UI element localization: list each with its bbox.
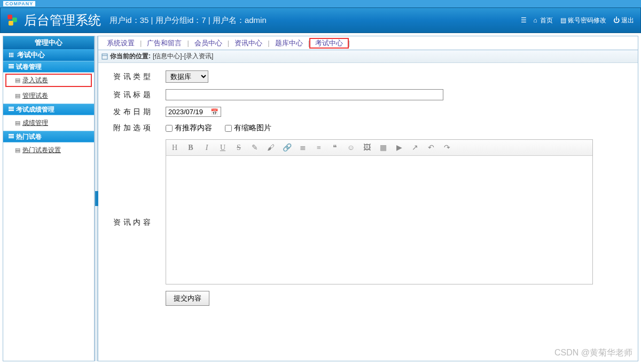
underline-icon[interactable]: U xyxy=(218,144,227,152)
link-icon[interactable]: 🔗 xyxy=(283,143,291,152)
brush-icon[interactable]: 🖌 xyxy=(267,144,275,152)
undo-icon[interactable]: ↶ xyxy=(427,143,435,152)
submit-button[interactable]: 提交内容 xyxy=(166,291,209,306)
editor-textarea[interactable] xyxy=(166,156,592,284)
svg-point-7 xyxy=(11,54,12,56)
user-info: 用户id：35 | 用户分组id：7 | 用户名：admin xyxy=(110,15,267,26)
emoji-icon[interactable]: ☺ xyxy=(347,144,355,152)
svg-rect-2 xyxy=(9,21,13,26)
svg-point-3 xyxy=(9,53,11,54)
change-password-link[interactable]: ▤账号密码修改 xyxy=(557,15,608,26)
checkbox-recommend-label[interactable]: 有推荐内容 xyxy=(166,123,212,132)
svg-point-9 xyxy=(9,56,11,58)
nav-question[interactable]: 题库中心 xyxy=(270,38,308,48)
sidebar-item-input-paper[interactable]: ▤ 录入试卷 xyxy=(5,74,92,87)
sidebar-group-hot[interactable]: 热门试卷 xyxy=(3,131,94,143)
sidebar-item-manage-paper[interactable]: ▤ 管理试卷 xyxy=(3,88,94,104)
sidebar-item-score-manage[interactable]: ▤ 成绩管理 xyxy=(3,115,94,131)
doc-icon: ▤ xyxy=(15,92,20,99)
checkbox-thumbnail-label[interactable]: 有缩略图片 xyxy=(225,123,271,132)
strikethrough-icon[interactable]: S xyxy=(234,144,243,152)
image-icon[interactable]: 🖼 xyxy=(363,144,371,152)
arrow-icon[interactable]: ↗ xyxy=(411,143,419,152)
power-icon: ⏻ xyxy=(613,17,620,24)
logout-link[interactable]: ⏻退出 xyxy=(611,15,636,26)
form-area: 资讯类型 数据库 资讯标题 发布日期 2023/07/19 xyxy=(98,63,638,361)
sidebar-section[interactable]: 考试中心 xyxy=(3,49,94,61)
nav-member[interactable]: 会员中心 xyxy=(189,38,228,48)
bars-icon xyxy=(9,64,14,69)
nav-ads[interactable]: 广告和留言 xyxy=(142,38,187,48)
page-icon xyxy=(101,53,108,60)
doc-icon: ▤ xyxy=(15,147,20,154)
svg-rect-12 xyxy=(102,54,107,59)
breadcrumb: 你当前的位置: [信息中心]-[录入资讯] xyxy=(98,50,638,63)
sidebar: 管理中心 考试中心 试卷管理 ▤ 录入试卷 ▤ 管理试卷 考试成绩管理 ▤ 成绩… xyxy=(3,36,95,361)
list-icon[interactable]: ≣ xyxy=(299,143,307,152)
svg-point-5 xyxy=(12,53,14,54)
svg-point-10 xyxy=(11,56,12,58)
company-tag: COMPANY xyxy=(3,1,35,6)
sidebar-resize-handle[interactable] xyxy=(95,36,98,361)
header: 后台管理系统 用户id：35 | 用户分组id：7 | 用户名：admin ☰ … xyxy=(0,7,641,33)
eraser-icon[interactable]: ✎ xyxy=(251,143,259,152)
nav-exam[interactable]: 考试中心 xyxy=(310,38,348,48)
svg-point-8 xyxy=(12,54,14,56)
main-panel: 系统设置| 广告和留言| 会员中心| 资讯中心| 题库中心| 考试中心| 你当前… xyxy=(98,36,638,361)
logo-icon xyxy=(5,13,20,28)
svg-rect-0 xyxy=(7,15,12,20)
svg-point-4 xyxy=(11,53,12,54)
nav-news[interactable]: 资讯中心 xyxy=(229,38,268,48)
home-icon: ⌂ xyxy=(531,17,539,24)
input-title[interactable] xyxy=(166,89,443,100)
editor-toolbar: H B I U S ✎ 🖌 🔗 ≣ ≡ ❝ xyxy=(166,140,592,156)
video-icon[interactable]: ▶ xyxy=(395,143,403,152)
menu-icon[interactable]: ☰ xyxy=(520,17,527,24)
label-content: 资讯内容 xyxy=(103,136,161,309)
checkbox-thumbnail[interactable] xyxy=(225,125,232,132)
nav-system[interactable]: 系统设置 xyxy=(101,38,140,48)
rich-editor: H B I U S ✎ 🖌 🔗 ≣ ≡ ❝ xyxy=(166,139,593,284)
top-nav: 系统设置| 广告和留言| 会员中心| 资讯中心| 题库中心| 考试中心| xyxy=(98,36,638,50)
bars-icon xyxy=(9,107,14,112)
app-title: 后台管理系统 xyxy=(24,12,101,29)
sidebar-group-exam-paper[interactable]: 试卷管理 xyxy=(3,61,94,73)
quote-icon[interactable]: ❝ xyxy=(331,143,339,152)
italic-icon[interactable]: I xyxy=(202,144,211,152)
header-actions: ☰ ⌂首页 ▤账号密码修改 ⏻退出 xyxy=(520,15,636,26)
bars-icon xyxy=(9,134,14,139)
label-date: 发布日期 xyxy=(103,104,161,120)
checkbox-recommend[interactable] xyxy=(166,125,173,132)
svg-point-6 xyxy=(9,54,11,56)
sidebar-item-hot-setting[interactable]: ▤ 热门试卷设置 xyxy=(3,143,94,158)
doc-icon: ▤ xyxy=(15,77,20,84)
doc-icon: ▤ xyxy=(559,17,567,24)
sidebar-title: 管理中心 xyxy=(3,36,94,49)
svg-point-11 xyxy=(12,56,14,58)
redo-icon[interactable]: ↷ xyxy=(443,143,451,152)
label-title: 资讯标题 xyxy=(103,86,161,104)
align-icon[interactable]: ≡ xyxy=(315,144,323,152)
company-bar: COMPANY xyxy=(0,0,641,7)
label-extra: 附加选项 xyxy=(103,120,161,136)
doc-icon: ▤ xyxy=(15,120,20,126)
input-date[interactable]: 2023/07/19 📅 xyxy=(166,107,221,117)
sidebar-group-score[interactable]: 考试成绩管理 xyxy=(3,104,94,115)
calendar-icon: 📅 xyxy=(210,108,218,116)
table-icon[interactable]: ▦ xyxy=(379,143,387,152)
select-type[interactable]: 数据库 xyxy=(166,70,208,83)
home-link[interactable]: ⌂首页 xyxy=(529,15,555,26)
grid-icon xyxy=(9,52,14,58)
label-type: 资讯类型 xyxy=(103,67,161,86)
bold-icon[interactable]: B xyxy=(186,144,195,152)
heading-icon[interactable]: H xyxy=(170,144,179,152)
